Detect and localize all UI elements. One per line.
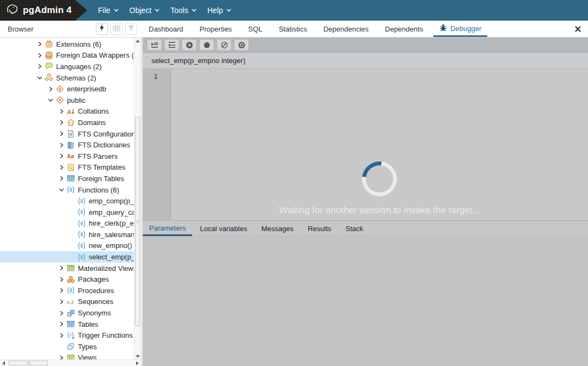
chevron-right-icon[interactable] <box>58 176 65 181</box>
toggle-breakpoint-button[interactable] <box>199 39 214 51</box>
tree-item[interactable]: Languages (2) <box>0 61 134 72</box>
tree-item[interactable]: Tables <box>0 319 134 330</box>
tree-horizontal-scrollbar[interactable] <box>0 359 140 366</box>
tree-item-label: public <box>67 96 85 104</box>
chevron-right-icon[interactable] <box>36 64 44 69</box>
chevron-right-icon[interactable] <box>58 355 65 359</box>
app-header: pgAdmin 4 FileObjectToolsHelp <box>0 0 588 21</box>
menu-help[interactable]: Help <box>207 6 231 15</box>
views-icon <box>66 353 75 359</box>
tree-item-label: FTS Parsers <box>78 152 118 160</box>
browser-panel-title: Browser <box>8 25 34 33</box>
tree-item[interactable]: Packages <box>0 274 134 285</box>
view-data-button[interactable] <box>111 23 122 35</box>
close-tab-icon[interactable] <box>574 25 581 33</box>
browser-panel-header: Browser <box>0 21 143 37</box>
tree-item[interactable]: FTS Templates <box>0 162 134 173</box>
menu-file[interactable]: File <box>98 6 119 15</box>
tree-vertical-scrollbar[interactable] <box>134 38 140 359</box>
tree-item[interactable]: Trigger Functions <box>0 330 134 341</box>
tree-item[interactable]: Foreign Tables <box>0 173 134 184</box>
tab-debugger[interactable]: Debugger <box>433 21 487 37</box>
tree-item[interactable]: emp_query_caller() <box>0 207 134 218</box>
scroll-down-arrow-icon[interactable] <box>134 353 140 359</box>
tree-item-label: Foreign Data Wrappers (2) <box>56 51 134 59</box>
menu-caret-icon <box>155 9 160 12</box>
scroll-left-arrow-icon[interactable] <box>0 360 7 366</box>
tab-sql[interactable]: SQL <box>242 21 268 37</box>
editor-gutter: 1 <box>143 69 171 220</box>
debugger-code-editor[interactable]: 1 Waiting for another session to invoke … <box>143 69 588 220</box>
chevron-right-icon[interactable] <box>58 120 65 125</box>
tree-item[interactable]: emp_comp(p_sal numeric, p_comm numeric) <box>0 195 134 207</box>
tab-statistics[interactable]: Statistics <box>273 21 313 37</box>
scroll-up-arrow-icon[interactable] <box>134 38 140 44</box>
tree-item[interactable]: FTS Dictionaries <box>0 139 134 151</box>
stop-button[interactable] <box>234 39 249 51</box>
tab-dependencies[interactable]: Dependencies <box>317 21 375 37</box>
chevron-right-icon[interactable] <box>58 265 65 271</box>
tab-properties[interactable]: Properties <box>194 21 238 37</box>
tree-item[interactable]: hire_clerk(p_ename character varying) <box>0 218 134 229</box>
chevron-right-icon[interactable] <box>58 165 65 170</box>
chevron-right-icon[interactable] <box>58 142 65 148</box>
tree-item[interactable]: FTS Configurations <box>0 128 134 140</box>
tab-dependents[interactable]: Dependents <box>379 21 429 37</box>
chevron-right-icon[interactable] <box>58 288 65 293</box>
chevron-right-icon[interactable] <box>58 153 65 159</box>
tree-item-label: Views <box>78 353 96 359</box>
tree-item[interactable]: Views <box>0 352 134 359</box>
chevron-right-icon[interactable] <box>58 333 65 338</box>
tree-item[interactable]: Synonyms <box>0 307 134 319</box>
bottom-tab-results[interactable]: Results <box>301 221 338 236</box>
scroll-right-arrow-icon[interactable] <box>134 360 140 366</box>
tree-item[interactable]: Extensions (6) <box>0 39 134 50</box>
tree-item[interactable]: ACollations <box>0 106 134 117</box>
chevron-right-icon[interactable] <box>58 109 65 114</box>
menu-object[interactable]: Object <box>130 6 160 15</box>
chevron-right-icon[interactable] <box>36 41 44 47</box>
chevron-right-icon[interactable] <box>58 311 65 316</box>
tree-hscroll-thumb[interactable] <box>9 361 48 365</box>
tree-item[interactable]: Procedures <box>0 285 134 296</box>
bottom-tab-messages[interactable]: Messages <box>255 221 300 236</box>
clear-breakpoints-button[interactable] <box>217 39 231 51</box>
tab-label: Dashboard <box>149 25 183 33</box>
step-into-button[interactable] <box>147 39 162 51</box>
tree-vscroll-thumb[interactable] <box>135 117 140 326</box>
chevron-right-icon[interactable] <box>58 321 65 327</box>
chevron-right-icon[interactable] <box>58 277 65 282</box>
tab-dashboard[interactable]: Dashboard <box>143 21 189 37</box>
chevron-right-icon[interactable] <box>58 299 65 305</box>
tree-item[interactable]: AaFTS Parsers <box>0 151 134 162</box>
tree-item[interactable]: Types <box>0 341 134 352</box>
tree-item[interactable]: Schemas (2) <box>0 72 134 84</box>
filtered-rows-button[interactable] <box>125 23 137 35</box>
tree-item[interactable]: new_empno() <box>0 240 134 252</box>
bottom-tab-stack[interactable]: Stack <box>339 221 370 236</box>
tree-item-label: hire_clerk(p_ename character varying) <box>89 219 134 227</box>
tree-item[interactable]: select_emp(p_empno integer) <box>0 251 134 263</box>
chevron-right-icon[interactable] <box>47 86 54 92</box>
bottom-tab-parameters[interactable]: Parameters <box>143 221 192 236</box>
chevron-down-icon[interactable] <box>36 75 44 80</box>
continue-button[interactable] <box>182 39 197 51</box>
tree-item[interactable]: n.3Sequences <box>0 296 134 308</box>
chevron-down-icon[interactable] <box>58 187 65 193</box>
tree-item[interactable]: enterprisedb <box>0 83 134 95</box>
function-icon <box>77 219 86 228</box>
tree-item[interactable]: Domains <box>0 117 134 128</box>
tree-item[interactable]: hire_salesman(p_ename character varying) <box>0 229 134 240</box>
tree-item[interactable]: public <box>0 95 134 106</box>
tree-item[interactable]: Materialized Views <box>0 263 134 274</box>
chevron-down-icon[interactable] <box>47 97 54 103</box>
tree-item[interactable]: Foreign Data Wrappers (2) <box>0 50 134 61</box>
tree-item-label: emp_comp(p_sal numeric, p_comm numeric) <box>89 197 134 205</box>
chevron-right-icon[interactable] <box>36 53 44 58</box>
menu-tools[interactable]: Tools <box>170 6 197 15</box>
bottom-tab-local-variables[interactable]: Local variables <box>193 221 254 236</box>
step-over-button[interactable] <box>164 39 179 51</box>
chevron-right-icon[interactable] <box>58 131 65 137</box>
query-tool-button[interactable] <box>96 23 108 35</box>
tree-item[interactable]: Functions (6) <box>0 184 134 196</box>
